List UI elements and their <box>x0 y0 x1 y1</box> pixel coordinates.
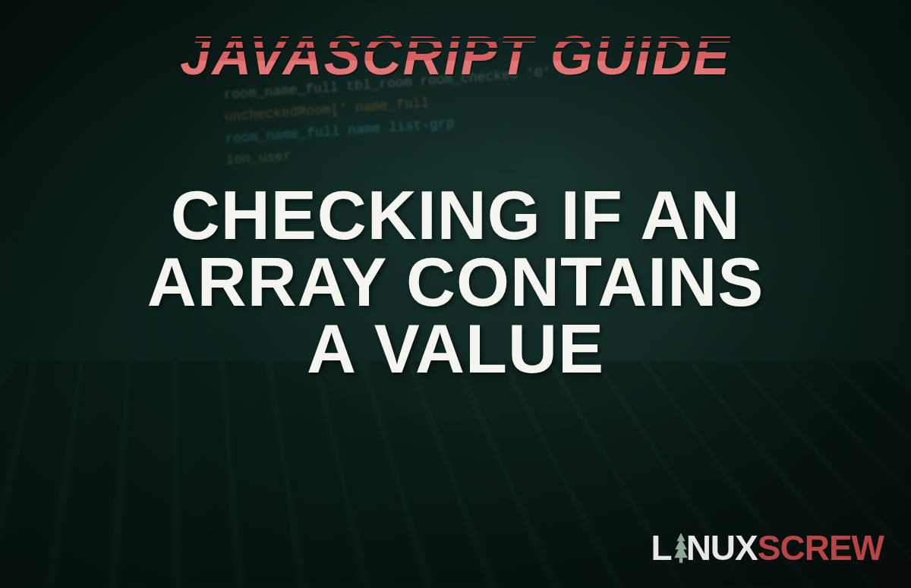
title-line-1: CHECKING IF AN <box>147 182 764 249</box>
logo-suffix: SCREW <box>758 527 884 568</box>
code-fragment: ion_user <box>225 149 292 168</box>
logo-prefix: L <box>651 527 672 568</box>
main-title: CHECKING IF AN ARRAY CONTAINS A VALUE <box>147 182 764 383</box>
site-logo: L NUX SCREW <box>651 527 884 568</box>
svg-rect-1 <box>679 558 682 563</box>
title-line-2: ARRAY CONTAINS <box>147 249 764 316</box>
logo-middle: NUX <box>686 527 758 568</box>
category-header: JAVASCRIPT GUIDE <box>180 24 730 86</box>
title-line-3: A VALUE <box>147 316 764 382</box>
